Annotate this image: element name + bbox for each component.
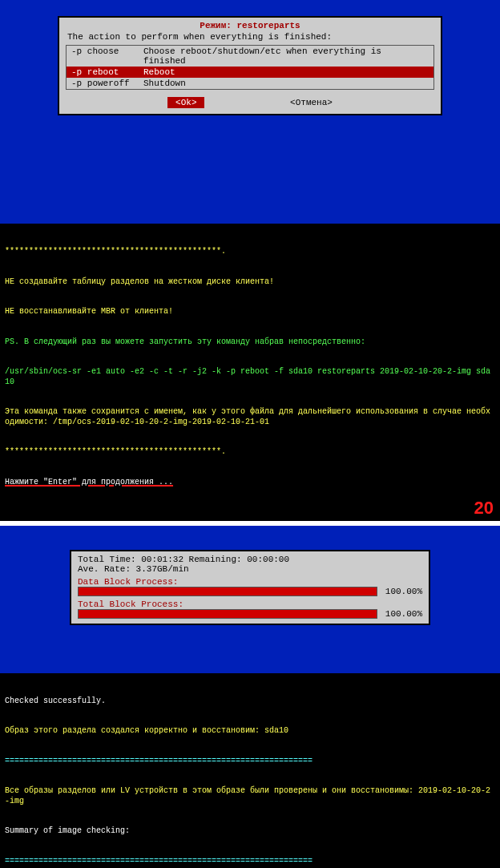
total-time-line: Total Time: 00:01:32 Remaining: 00:00:00	[78, 555, 422, 564]
option-reboot[interactable]: -p reboot Reboot	[67, 67, 433, 78]
info-line: Эта команда также сохранится с именем, к…	[5, 407, 495, 427]
total-block-label: Total Block Process:	[78, 600, 422, 609]
total-block-pct: 100.00%	[385, 609, 422, 619]
dialog-prompt: The action to perform when everything is…	[67, 32, 433, 42]
term-line: Checked successfully.	[5, 696, 495, 707]
term-line: Summary of image checking:	[5, 826, 495, 837]
option-choose[interactable]: -p choose Choose reboot/shutdown/etc whe…	[67, 46, 433, 67]
hint-line: PS. В следующий раз вы можете запустить …	[5, 337, 495, 348]
data-block-bar	[78, 587, 377, 596]
cmd-line: /usr/sbin/ocs-sr -e1 auto -e2 -c -t -r -…	[5, 367, 495, 387]
separator: ========================================…	[5, 857, 495, 867]
separator: ****************************************…	[5, 447, 495, 458]
ok-button[interactable]: <Ok>	[167, 97, 204, 108]
separator: ****************************************…	[5, 247, 495, 257]
avg-rate-line: Ave. Rate: 3.37GB/min	[78, 564, 422, 574]
progress-dialog: Total Time: 00:01:32 Remaining: 00:00:00…	[70, 550, 430, 625]
warn-line: НЕ создавайте таблицу разделов на жестко…	[5, 277, 495, 288]
option-key: -p poweroff	[71, 79, 143, 88]
tui-background: Режим: restoreparts The action to perfor…	[0, 0, 500, 224]
separator: ========================================…	[5, 757, 495, 767]
screenshot-21: Total Time: 00:01:32 Remaining: 00:00:00…	[0, 526, 500, 869]
option-poweroff[interactable]: -p poweroff Shutdown	[67, 78, 433, 89]
data-block-pct: 100.00%	[385, 587, 422, 596]
dialog-options: -p choose Choose reboot/shutdown/etc whe…	[66, 45, 434, 90]
option-desc: Choose reboot/shutdown/etc when everythi…	[143, 46, 429, 66]
tui-background: Total Time: 00:01:32 Remaining: 00:00:00…	[0, 526, 500, 673]
dialog-title: Режим: restoreparts	[62, 21, 438, 30]
option-key: -p choose	[71, 46, 143, 66]
option-desc: Shutdown	[143, 79, 186, 88]
terminal-output-2: Checked successfully. Образ этого раздел…	[0, 673, 500, 869]
dialog-buttons: <Ok> <Отмена>	[62, 98, 438, 107]
option-key: -p reboot	[71, 67, 143, 77]
term-line: Образ этого раздела создался корректно и…	[5, 726, 495, 737]
term-line: Все образы разделов или LV устройств в э…	[5, 786, 495, 806]
data-block-label: Data Block Process:	[78, 577, 422, 587]
cancel-button[interactable]: <Отмена>	[290, 98, 333, 107]
screenshot-20: Режим: restoreparts The action to perfor…	[0, 0, 500, 521]
press-enter-prompt[interactable]: Нажмите "Enter" для продолжения ...	[5, 478, 495, 488]
warn-line: НЕ восстанавливайте MBR от клиента!	[5, 307, 495, 317]
total-block-bar	[78, 609, 377, 619]
terminal-output-1: ****************************************…	[0, 224, 500, 521]
annotation-badge: 20	[474, 497, 494, 519]
option-desc: Reboot	[143, 67, 175, 77]
action-dialog: Режим: restoreparts The action to perfor…	[58, 16, 442, 115]
